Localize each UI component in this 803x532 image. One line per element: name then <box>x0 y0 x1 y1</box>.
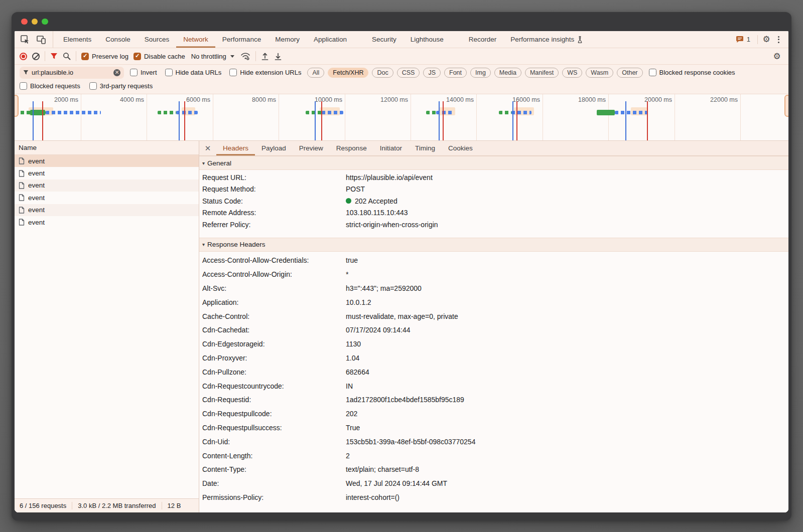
request-row[interactable]: event <box>15 167 199 179</box>
overview-right-handle[interactable] <box>784 95 788 117</box>
header-name: Cdn-Requestpullsuccess: <box>199 424 346 432</box>
devtools-tab[interactable]: Memory <box>268 31 307 48</box>
request-type-pill[interactable]: Manifest <box>525 68 559 78</box>
details-tab[interactable]: Timing <box>409 141 442 155</box>
devtools-tab[interactable]: Performance <box>215 31 268 48</box>
request-type-pill[interactable]: Wasm <box>586 68 613 78</box>
network-overview-timeline[interactable]: 2000 ms 4000 ms 6000 ms 8000 ms 10000 ms… <box>15 94 788 141</box>
export-har-icon[interactable] <box>274 52 282 61</box>
close-details-icon[interactable]: ✕ <box>199 144 216 153</box>
headers-content: ▾ General Request URL: https://plausible… <box>199 156 788 512</box>
details-tab[interactable]: Cookies <box>442 141 479 155</box>
divider <box>255 51 256 61</box>
filter-checkbox[interactable]: Hide data URLs <box>165 69 222 76</box>
header-row: Cdn-Edgestorageid: 1130 <box>199 337 788 351</box>
disable-cache-checkbox[interactable]: Disable cache <box>133 53 185 60</box>
funnel-icon <box>23 70 29 75</box>
file-icon <box>19 182 25 189</box>
request-type-pill[interactable]: WS <box>562 68 582 78</box>
request-type-pill[interactable]: Img <box>470 68 491 78</box>
devtools-tab[interactable]: Security <box>365 31 404 48</box>
checkbox-box <box>649 69 656 76</box>
divider <box>757 35 758 44</box>
blocked-response-cookies-checkbox[interactable]: Blocked response cookies <box>649 69 735 76</box>
filter-checkbox[interactable]: 3rd-party requests <box>89 82 153 90</box>
header-name: Request Method: <box>199 185 346 193</box>
general-section-header[interactable]: ▾ General <box>199 156 788 170</box>
details-tab[interactable]: Headers <box>216 141 255 155</box>
devtools-tab[interactable]: Console <box>98 31 138 48</box>
clear-network-log-button[interactable] <box>32 53 40 60</box>
details-tab[interactable]: Response <box>330 141 373 155</box>
requests-list: event event event <box>15 155 199 498</box>
request-type-pill[interactable]: Fetch/XHR <box>328 68 368 78</box>
header-name: Status Code: <box>199 197 346 205</box>
filter-funnel-icon[interactable] <box>50 53 58 60</box>
window-close-button[interactable] <box>21 19 28 25</box>
filter-checkbox[interactable]: Invert <box>130 69 157 76</box>
inspect-element-icon[interactable] <box>20 34 31 45</box>
filter-checkbox[interactable]: Hide extension URLs <box>229 69 301 76</box>
request-type-pill[interactable]: Doc <box>372 68 393 78</box>
header-value: true <box>346 256 358 264</box>
devtools-tab[interactable]: Performance insights <box>503 31 591 48</box>
record-network-log-button[interactable] <box>20 53 27 60</box>
request-row[interactable]: event <box>15 216 199 228</box>
import-har-icon[interactable] <box>261 52 269 61</box>
request-row[interactable]: event <box>15 155 199 167</box>
window-zoom-button[interactable] <box>42 19 48 25</box>
devtools-tab[interactable]: Application <box>307 31 354 48</box>
settings-gear-icon[interactable]: ⚙ <box>760 34 773 45</box>
checkbox-box <box>89 82 97 90</box>
header-name: Request URL: <box>199 173 346 182</box>
details-tab[interactable]: Initiator <box>373 141 409 155</box>
devtools-tab[interactable]: Sources <box>138 31 177 48</box>
request-row[interactable]: event <box>15 192 199 204</box>
clear-filter-icon[interactable]: ✕ <box>113 69 120 76</box>
request-row[interactable]: event <box>15 180 199 192</box>
filter-input[interactable]: url:plausible.io ✕ <box>20 67 124 79</box>
file-icon <box>19 170 25 177</box>
devtools-tab[interactable]: Elements <box>56 31 98 48</box>
header-row: Referrer Policy: strict-origin-when-cros… <box>199 219 788 231</box>
header-value: text/plain; charset=utf-8 <box>346 465 419 473</box>
preserve-log-checkbox[interactable]: Preserve log <box>81 53 128 60</box>
network-settings-gear-icon[interactable]: ⚙ <box>770 51 783 62</box>
header-value: 682664 <box>346 368 369 376</box>
response-headers-section-header[interactable]: ▾ Response Headers <box>199 238 788 252</box>
request-type-pill[interactable]: Media <box>494 68 521 78</box>
header-row: Cdn-Requestpullcode: 202 <box>199 407 788 421</box>
devtools-tab[interactable]: Lighthouse <box>404 31 451 48</box>
header-value: 202 Accepted <box>346 197 397 205</box>
file-icon <box>19 207 25 214</box>
device-toolbar-icon[interactable] <box>36 34 47 45</box>
checkbox-box <box>165 69 173 76</box>
details-tab[interactable]: Preview <box>293 141 330 155</box>
issues-button[interactable]: 1 <box>731 36 755 43</box>
request-row[interactable]: event <box>15 204 199 216</box>
overview-left-handle[interactable] <box>15 95 19 117</box>
request-type-pill[interactable]: Other <box>617 68 642 78</box>
header-name: Cdn-Cachedat: <box>199 326 346 334</box>
header-value: https://plausible.io/api/event <box>346 173 433 182</box>
request-type-pill[interactable]: All <box>307 68 324 78</box>
devtools-tabs: Elements Console Sources <box>56 31 591 48</box>
filter-checkbox[interactable]: Blocked requests <box>20 82 80 90</box>
devtools-tab[interactable]: Network <box>176 31 215 48</box>
header-value: 07/17/2024 09:14:44 <box>346 326 410 334</box>
network-conditions-icon[interactable] <box>240 52 250 61</box>
more-options-kebab-icon[interactable] <box>773 36 784 43</box>
devtools-tab[interactable]: Recorder <box>462 31 504 48</box>
window-minimize-button[interactable] <box>32 19 38 25</box>
header-name: Cdn-Proxyver: <box>199 354 346 362</box>
divider <box>45 51 45 61</box>
details-tab[interactable]: Payload <box>255 141 293 155</box>
header-value: 2 <box>346 452 350 460</box>
request-type-pill[interactable]: CSS <box>397 68 420 78</box>
request-type-pill[interactable]: Font <box>444 68 467 78</box>
request-type-pill[interactable]: JS <box>423 68 441 78</box>
throttling-select[interactable]: No throttling <box>190 53 235 60</box>
name-column-header[interactable]: Name <box>15 141 199 155</box>
request-details-panel: ✕ HeadersPayloadPreviewResponseInitiator… <box>199 141 788 512</box>
search-icon[interactable] <box>63 52 71 60</box>
